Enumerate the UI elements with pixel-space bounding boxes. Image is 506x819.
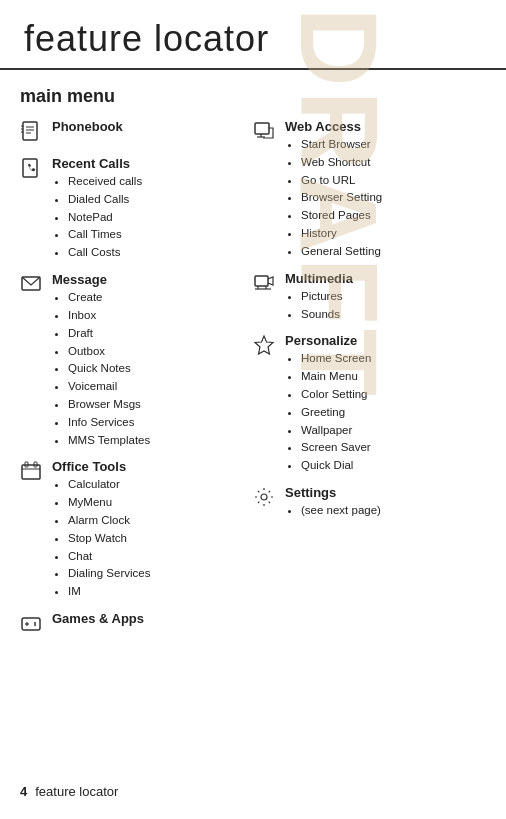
list-item: Sounds [301, 306, 486, 324]
list-item: Received calls [68, 173, 253, 191]
list-item: Color Setting [301, 386, 486, 404]
personalize-content: PersonalizeHome ScreenMain MenuColor Set… [285, 333, 486, 475]
menu-group-personalize: PersonalizeHome ScreenMain MenuColor Set… [253, 333, 486, 475]
message-title: Message [52, 272, 253, 287]
office-tools-content: Office ToolsCalculatorMyMenuAlarm ClockS… [52, 459, 253, 601]
list-item: Calculator [68, 476, 253, 494]
list-item: IM [68, 583, 253, 601]
menu-group-phonebook: Phonebook [20, 119, 253, 146]
phonebook-icon [20, 120, 48, 146]
web-access-icon [253, 120, 281, 146]
settings-icon [253, 486, 281, 512]
svg-rect-7 [23, 159, 37, 177]
settings-content: Settings(see next page) [285, 485, 486, 520]
svg-point-25 [261, 494, 267, 500]
footer-text: feature locator [35, 784, 118, 799]
svg-point-17 [34, 624, 36, 626]
main-menu-title: main menu [20, 86, 486, 107]
list-item: Start Browser [301, 136, 486, 154]
menu-group-multimedia: MultimediaPicturesSounds [253, 271, 486, 324]
menu-group-games-apps: Games & Apps [20, 611, 253, 638]
list-item: Main Menu [301, 368, 486, 386]
games-apps-title: Games & Apps [52, 611, 253, 626]
list-item: History [301, 225, 486, 243]
personalize-title: Personalize [285, 333, 486, 348]
menu-group-office-tools: Office ToolsCalculatorMyMenuAlarm ClockS… [20, 459, 253, 601]
list-item: Screen Saver [301, 439, 486, 457]
recent-calls-content: Recent CallsReceived callsDialed CallsNo… [52, 156, 253, 262]
recent-calls-title: Recent Calls [52, 156, 253, 171]
multimedia-title: Multimedia [285, 271, 486, 286]
list-item: Info Services [68, 414, 253, 432]
settings-list: (see next page) [285, 502, 486, 520]
list-item: Chat [68, 548, 253, 566]
web-access-content: Web AccessStart BrowserWeb ShortcutGo to… [285, 119, 486, 261]
web-access-list: Start BrowserWeb ShortcutGo to URLBrowse… [285, 136, 486, 261]
list-item: Call Times [68, 226, 253, 244]
menu-group-message: MessageCreateInboxDraftOutboxQuick Notes… [20, 272, 253, 449]
list-item: Outbox [68, 343, 253, 361]
page-header: feature locator [0, 0, 506, 70]
page-footer: 4 feature locator [20, 784, 118, 799]
multimedia-content: MultimediaPicturesSounds [285, 271, 486, 324]
svg-rect-21 [255, 276, 268, 286]
message-content: MessageCreateInboxDraftOutboxQuick Notes… [52, 272, 253, 449]
svg-rect-18 [255, 123, 269, 134]
menu-group-settings: Settings(see next page) [253, 485, 486, 520]
personalize-icon [253, 334, 281, 360]
personalize-list: Home ScreenMain MenuColor SettingGreetin… [285, 350, 486, 475]
office-tools-title: Office Tools [52, 459, 253, 474]
games-apps-icon [20, 612, 48, 638]
footer-page-number: 4 [20, 784, 27, 799]
list-item: Home Screen [301, 350, 486, 368]
list-item: Dialing Services [68, 565, 253, 583]
phonebook-title: Phonebook [52, 119, 253, 134]
list-item: Greeting [301, 404, 486, 422]
list-item: Quick Notes [68, 360, 253, 378]
list-item: Pictures [301, 288, 486, 306]
office-tools-list: CalculatorMyMenuAlarm ClockStop WatchCha… [52, 476, 253, 601]
menu-group-recent-calls: Recent CallsReceived callsDialed CallsNo… [20, 156, 253, 262]
right-column: Web AccessStart BrowserWeb ShortcutGo to… [253, 119, 486, 648]
svg-rect-13 [22, 618, 40, 630]
two-column-layout: Phonebook Recent CallsReceived callsDial… [20, 119, 486, 648]
svg-point-16 [34, 622, 36, 624]
list-item: Inbox [68, 307, 253, 325]
message-icon [20, 273, 48, 299]
recent-calls-list: Received callsDialed CallsNotePadCall Ti… [52, 173, 253, 262]
office-tools-icon [20, 460, 48, 486]
list-item: Stop Watch [68, 530, 253, 548]
svg-rect-0 [23, 122, 37, 140]
multimedia-icon [253, 272, 281, 298]
list-item: General Setting [301, 243, 486, 261]
phonebook-content: Phonebook [52, 119, 253, 136]
page-title: feature locator [24, 18, 482, 60]
web-access-title: Web Access [285, 119, 486, 134]
list-item: Draft [68, 325, 253, 343]
list-item: Call Costs [68, 244, 253, 262]
list-item: MMS Templates [68, 432, 253, 450]
list-item: NotePad [68, 209, 253, 227]
list-item: Alarm Clock [68, 512, 253, 530]
list-item: Quick Dial [301, 457, 486, 475]
list-item: Browser Msgs [68, 396, 253, 414]
list-item: MyMenu [68, 494, 253, 512]
settings-title: Settings [285, 485, 486, 500]
list-item: Dialed Calls [68, 191, 253, 209]
recent-calls-icon [20, 157, 48, 183]
list-item: Voicemail [68, 378, 253, 396]
list-item: Create [68, 289, 253, 307]
message-list: CreateInboxDraftOutboxQuick NotesVoicema… [52, 289, 253, 449]
list-item: Wallpaper [301, 422, 486, 440]
left-column: Phonebook Recent CallsReceived callsDial… [20, 119, 253, 648]
list-item: Stored Pages [301, 207, 486, 225]
multimedia-list: PicturesSounds [285, 288, 486, 324]
menu-group-web-access: Web AccessStart BrowserWeb ShortcutGo to… [253, 119, 486, 261]
list-item: Browser Setting [301, 189, 486, 207]
games-apps-content: Games & Apps [52, 611, 253, 628]
list-item: (see next page) [301, 502, 486, 520]
list-item: Web Shortcut [301, 154, 486, 172]
main-content: DRAFT main menu Phonebook Recent CallsRe… [0, 80, 506, 668]
list-item: Go to URL [301, 172, 486, 190]
